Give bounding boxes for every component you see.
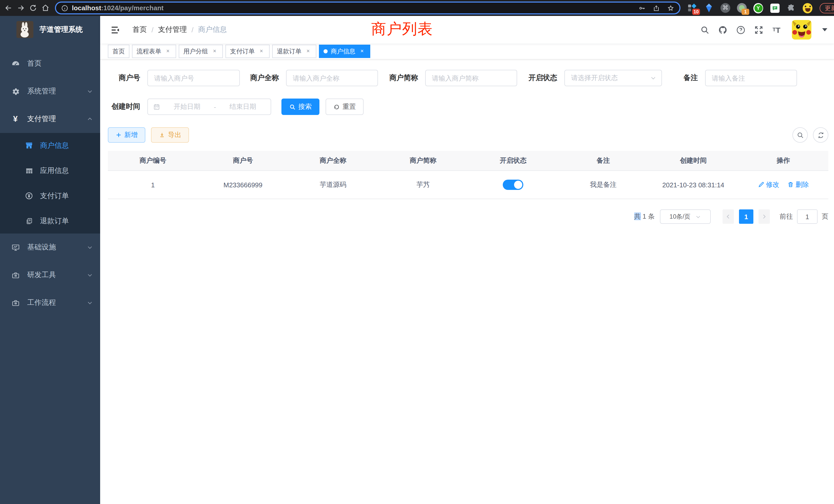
- merchant-no-input[interactable]: [147, 70, 240, 86]
- extension-toolbar: 10 ⌘ 1 Y: [688, 3, 812, 13]
- search-icon: [796, 131, 804, 139]
- prev-page-button[interactable]: [723, 209, 734, 224]
- tab-label: 用户分组: [183, 47, 208, 56]
- fullscreen-icon[interactable]: [753, 24, 764, 36]
- hide-search-button[interactable]: [792, 127, 808, 143]
- app-logo[interactable]: 芋道管理系统: [0, 16, 100, 43]
- site-info-icon[interactable]: [61, 4, 68, 12]
- github-icon[interactable]: [717, 24, 728, 36]
- add-button-label: 新增: [124, 130, 138, 140]
- sidebar-item-workflow[interactable]: 工作流程: [0, 289, 100, 317]
- search-icon[interactable]: [699, 24, 710, 36]
- selected-text: 共: [634, 212, 641, 220]
- extensions-puzzle-icon[interactable]: [786, 3, 796, 13]
- tab-merchant-info[interactable]: 商户信息 ×: [319, 45, 370, 58]
- share-icon[interactable]: [653, 4, 660, 12]
- user-avatar[interactable]: [792, 20, 811, 40]
- sidebar-item-app-info[interactable]: 应用信息: [0, 158, 100, 183]
- refresh-table-button[interactable]: [813, 127, 828, 143]
- goto-page-input[interactable]: [797, 209, 817, 224]
- extension-y-icon[interactable]: Y: [753, 3, 763, 13]
- browser-reload-button[interactable]: [27, 2, 39, 14]
- cell-merchant-id: 1: [108, 171, 198, 199]
- shop-icon: [25, 141, 34, 150]
- bookmark-star-icon[interactable]: [667, 4, 674, 12]
- sidebar-item-pay-order[interactable]: 支付订单: [0, 183, 100, 208]
- remark-input[interactable]: [705, 70, 797, 86]
- col-header-short-name: 商户简称: [378, 151, 468, 171]
- sidebar-item-devtools[interactable]: 研发工具: [0, 261, 100, 289]
- url-bar[interactable]: localhost:1024/pay/merchant: [55, 2, 680, 14]
- page-size-value: 10条/页: [670, 212, 690, 221]
- sidebar-item-label: 研发工具: [27, 271, 87, 280]
- full-name-input[interactable]: [286, 70, 378, 86]
- remark-label: 备注: [683, 73, 698, 83]
- page-size-select[interactable]: 10条/页: [660, 209, 711, 224]
- tab-close-icon[interactable]: ×: [358, 48, 366, 55]
- reset-button[interactable]: 重置: [326, 98, 364, 115]
- tab-close-icon[interactable]: ×: [258, 48, 265, 55]
- sidebar-item-home[interactable]: 首页: [0, 50, 100, 77]
- sidebar: 芋道管理系统 首页 系统管理: [0, 16, 100, 504]
- edit-link[interactable]: 修改: [758, 180, 779, 189]
- tab-user-group[interactable]: 用户分组 ×: [179, 45, 223, 58]
- extension-command-icon[interactable]: ⌘: [721, 3, 730, 13]
- yen-icon: ¥: [11, 114, 20, 124]
- password-key-icon[interactable]: [638, 4, 645, 12]
- extension-chat-icon[interactable]: [770, 3, 780, 13]
- create-time-range-picker[interactable]: 开始日期 - 结束日期: [147, 98, 271, 115]
- chevron-down-icon: [87, 272, 93, 278]
- browser-profile-avatar[interactable]: [803, 3, 812, 13]
- tab-pay-order[interactable]: 支付订单 ×: [225, 45, 270, 58]
- status-select[interactable]: 请选择开启状态: [564, 70, 662, 86]
- breadcrumb-current: 商户信息: [198, 25, 227, 35]
- help-icon[interactable]: [735, 24, 746, 36]
- sidebar-item-label: 支付订单: [40, 191, 69, 201]
- sidebar-item-label: 首页: [27, 59, 93, 68]
- short-name-input[interactable]: [425, 70, 517, 86]
- sidebar-item-system[interactable]: 系统管理: [0, 77, 100, 105]
- tab-process-form[interactable]: 流程表单 ×: [132, 45, 176, 58]
- breadcrumb-pay[interactable]: 支付管理: [158, 25, 187, 35]
- extension-profile-icon[interactable]: 1: [737, 3, 747, 13]
- browser-forward-button[interactable]: [15, 2, 26, 14]
- browser-home-button[interactable]: [40, 2, 51, 14]
- tab-close-icon[interactable]: ×: [164, 48, 172, 55]
- tab-close-icon[interactable]: ×: [211, 48, 218, 55]
- forward-arrow-icon: [17, 4, 24, 12]
- delete-link[interactable]: 删除: [787, 180, 809, 189]
- export-button[interactable]: 导出: [151, 127, 189, 143]
- next-page-button[interactable]: [759, 209, 770, 224]
- url-path: :1024/pay/merchant: [101, 4, 163, 12]
- tags-view: 首页 流程表单 × 用户分组 × 支付订单 × 退款订单 ×: [100, 44, 834, 60]
- sidebar-item-refund-order[interactable]: 退款订单: [0, 208, 100, 233]
- search-button[interactable]: 搜索: [281, 98, 320, 115]
- breadcrumb-home[interactable]: 首页: [132, 25, 147, 35]
- breadcrumb: 首页 / 支付管理 / 商户信息: [132, 25, 227, 35]
- status-toggle[interactable]: [503, 180, 523, 190]
- sidebar-item-infra[interactable]: 基础设施: [0, 233, 100, 261]
- sidebar-item-label: 工作流程: [27, 298, 87, 307]
- font-size-icon[interactable]: TT: [771, 24, 782, 36]
- extension-gem-icon[interactable]: [704, 3, 714, 13]
- sidebar-item-merchant-info[interactable]: 商户信息: [0, 133, 100, 158]
- home-icon: [41, 4, 49, 12]
- browser-update-button[interactable]: 更新: [820, 3, 834, 13]
- search-button-label: 搜索: [299, 102, 312, 111]
- tab-close-icon[interactable]: ×: [305, 48, 312, 55]
- sidebar-item-label: 应用信息: [40, 166, 69, 175]
- add-button[interactable]: 新增: [108, 127, 145, 143]
- page-unit-label: 页: [822, 212, 828, 221]
- browser-back-button[interactable]: [3, 2, 14, 14]
- sidebar-item-pay[interactable]: ¥ 支付管理: [0, 105, 100, 133]
- tab-home[interactable]: 首页: [108, 45, 129, 58]
- tab-refund-order[interactable]: 退款订单 ×: [272, 45, 316, 58]
- sidebar-submenu-pay: 商户信息 应用信息 支付订单: [0, 133, 100, 233]
- extension-blocks-icon[interactable]: 10: [688, 3, 697, 13]
- cell-merchant-no: M233666999: [198, 171, 288, 199]
- avatar-caret-icon[interactable]: [822, 28, 827, 31]
- page-number-current[interactable]: 1: [739, 209, 753, 224]
- col-header-full-name: 商户全称: [288, 151, 378, 171]
- sidebar-collapse-icon[interactable]: [110, 25, 120, 35]
- create-time-label: 创建时间: [108, 102, 140, 111]
